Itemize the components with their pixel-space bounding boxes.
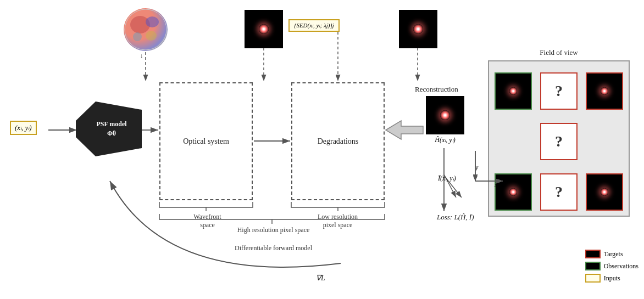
legend-targets-box <box>585 250 601 258</box>
fov-cell-3 <box>583 67 626 115</box>
diagram-container: (xᵢ, yᵢ) PSF model Φθ ↓ Optical system {… <box>0 0 644 299</box>
psf-model-label: PSF model Φθ <box>96 120 126 138</box>
optical-system-label: Optical system <box>160 137 252 146</box>
sed-box: {SED(xᵢ, yᵢ; λj)}j <box>288 19 340 32</box>
legend-observations-label: Observations <box>604 262 639 270</box>
fov-obs-1 <box>495 72 532 110</box>
svg-point-17 <box>146 16 159 27</box>
axes-svg <box>464 145 508 189</box>
psf-star-image-top <box>245 10 283 48</box>
input-coords-box: (xᵢ, yᵢ) <box>10 121 37 135</box>
svg-point-19 <box>133 32 142 41</box>
star-image-top-right <box>399 10 437 48</box>
fov-cell-8: ? <box>537 168 580 216</box>
fov-target-2 <box>586 173 623 211</box>
psf-trapezoid: PSF model Φθ <box>76 101 142 156</box>
high-res-label: High resolution pixel space <box>162 226 385 234</box>
degradations-box: Degradations <box>291 82 385 200</box>
legend-targets-label: Targets <box>604 250 623 258</box>
reconstruction-image <box>426 96 464 134</box>
optical-system-box: Optical system <box>159 82 253 200</box>
wavefront-arrow-label: ↓ <box>140 52 143 59</box>
legend: Targets Observations Inputs <box>585 250 639 283</box>
loss-label: Loss: L(Ĥ, Ī) <box>437 213 474 222</box>
fov-target-1 <box>586 72 623 110</box>
fov-panel: ? ? ? <box>488 60 630 217</box>
legend-targets: Targets <box>585 250 639 258</box>
legend-inputs-label: Inputs <box>604 274 620 283</box>
legend-observations: Observations <box>585 262 639 270</box>
grad-label: ∇L <box>316 273 325 283</box>
fov-question-2: ? <box>540 123 578 160</box>
svg-marker-4 <box>386 121 423 139</box>
fov-cell-6 <box>583 117 626 165</box>
fov-cell-2: ? <box>537 67 580 115</box>
fov-title: Field of view <box>488 48 630 57</box>
fov-question-3: ? <box>540 173 578 211</box>
legend-inputs-box <box>585 274 601 283</box>
fov-cell-5: ? <box>537 117 580 165</box>
fov-grid: ? ? ? <box>492 67 626 216</box>
differentiable-label: Differentiable forward model <box>162 244 385 252</box>
h-bar-label: Ĥ(xᵢ, yᵢ) <box>426 136 464 144</box>
degradations-label: Degradations <box>292 137 384 146</box>
reconstruction-text-label: Reconstruction <box>415 85 458 94</box>
fov-question-1: ? <box>540 72 578 110</box>
svg-point-18 <box>146 31 157 41</box>
input-coords-label: (xᵢ, yᵢ) <box>15 123 32 132</box>
sed-label: {SED(xᵢ, yᵢ; λj)}j <box>294 22 334 29</box>
fov-cell-9 <box>583 168 626 216</box>
legend-observations-box <box>585 262 601 270</box>
legend-inputs: Inputs <box>585 274 639 283</box>
wavefront-sphere-image <box>124 8 168 51</box>
fov-cell-1 <box>492 67 535 115</box>
i-bar-label: Ī(xᵢ, yᵢ) <box>438 174 456 183</box>
